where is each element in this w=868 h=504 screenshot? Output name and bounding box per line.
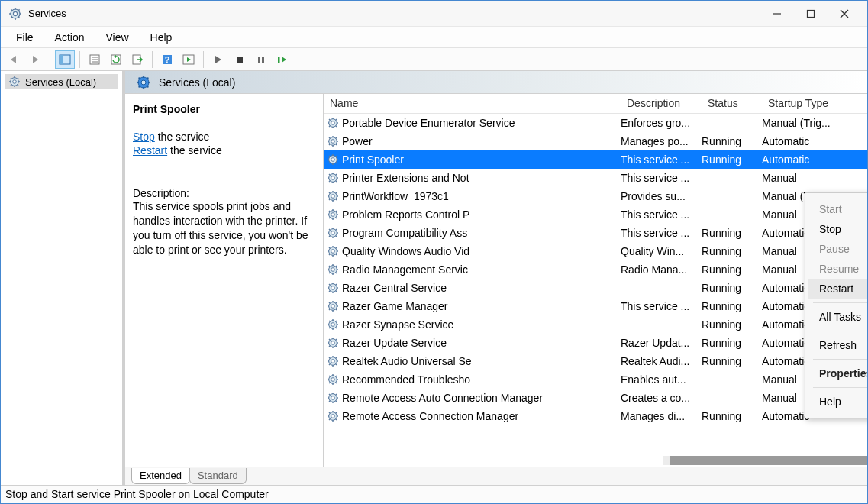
tabbar: Extended Standard [125,467,867,485]
service-name: Razer Game Manager [342,300,448,312]
context-menu-item: Resume [808,259,868,279]
col-startup[interactable]: Startup Type [762,94,853,113]
service-desc: Realtek Audi... [621,355,702,367]
menubar: File Action View Help [1,27,867,48]
context-menu-item[interactable]: Properties [808,363,868,383]
service-name: Print Spooler [342,153,404,166]
service-desc: This service ... [621,300,702,312]
service-name: Razer Synapse Service [342,318,453,331]
content-header-label: Services (Local) [159,76,235,89]
close-button[interactable] [828,2,861,25]
gear-icon [327,355,339,367]
service-name: Power [342,135,373,147]
service-startup: Manual [762,172,853,184]
gear-icon [327,318,339,331]
service-name: Razer Update Service [342,337,447,349]
service-name: Printer Extensions and Not [342,172,469,184]
detail-pane: Print Spooler Stop the service Restart t… [125,94,324,467]
service-name: Recommended Troublesho [342,373,470,386]
properties-button[interactable] [85,50,105,69]
table-row[interactable]: Razer Game ManagerThis service ...Runnin… [324,297,867,315]
table-row[interactable]: Remote Access Connection ManagerManages … [324,407,867,425]
table-row[interactable]: Recommended TroubleshoEnables aut...Manu… [324,370,867,389]
nav-back-button[interactable] [4,50,24,69]
table-row[interactable]: Razer Update ServiceRazer Updat...Runnin… [324,334,867,352]
tab-standard[interactable]: Standard [189,468,247,484]
minimize-button[interactable] [760,2,794,25]
menu-view[interactable]: View [95,28,139,47]
table-row[interactable]: PrintWorkflow_1973c1Provides su...Manual… [324,187,867,205]
gear-icon [327,135,339,147]
col-name[interactable]: Name [324,94,621,113]
restart-service-button[interactable] [273,50,292,69]
table-row[interactable]: Problem Reports Control PThis service ..… [324,205,867,224]
service-desc: Radio Mana... [621,263,702,276]
service-desc: Razer Updat... [621,337,702,349]
context-menu-item[interactable]: All Tasks▶ [808,307,868,327]
gear-icon [327,172,339,184]
service-status: Running [702,318,762,331]
export-list-button[interactable] [127,50,147,69]
svg-text:?: ? [165,55,170,64]
table-row[interactable]: Radio Management ServicRadio Mana...Runn… [324,260,867,279]
statusbar: Stop and Start service Print Spooler on … [1,485,867,503]
action-pane-button[interactable] [179,50,198,69]
tree-root-item[interactable]: Services (Local) [5,74,118,89]
service-name: Program Compatibility Ass [342,227,467,239]
service-desc: Enables aut... [621,373,702,386]
service-startup: Automatic [762,153,853,166]
service-status: Running [702,300,762,312]
menu-file[interactable]: File [5,28,44,47]
stop-service-button[interactable] [230,50,250,69]
stop-link[interactable]: Stop [133,131,155,143]
gear-icon [327,245,339,257]
list-body[interactable]: Portable Device Enumerator ServiceEnforc… [324,114,867,467]
gear-icon [327,190,339,202]
refresh-button[interactable] [106,50,126,69]
context-menu-item[interactable]: Help [808,392,868,412]
service-desc: Manages di... [621,410,702,422]
toolbar: ? [1,48,867,71]
menu-help[interactable]: Help [140,28,183,47]
nav-forward-button[interactable] [25,50,45,69]
col-desc[interactable]: Description [621,94,702,113]
help-button[interactable]: ? [157,50,177,69]
col-status[interactable]: Status [702,94,762,113]
context-menu: StartStopPauseResumeRestartAll Tasks▶Ref… [805,192,868,418]
service-name: Realtek Audio Universal Se [342,355,472,367]
tab-extended[interactable]: Extended [131,468,190,484]
table-row[interactable]: Print SpoolerThis service ...RunningAuto… [324,150,867,169]
service-startup: Automatic [762,135,853,147]
service-desc: Quality Win... [621,245,702,257]
window-title: Services [28,8,760,19]
table-row[interactable]: Printer Extensions and NotThis service .… [324,169,867,187]
h-scrollbar[interactable] [663,456,861,465]
main-area: Services (Local) Services (Local) Print … [1,71,867,485]
table-row[interactable]: Quality Windows Audio VidQuality Win...R… [324,242,867,260]
restart-link[interactable]: Restart [133,144,167,157]
context-menu-item[interactable]: Refresh [808,335,868,355]
context-menu-item[interactable]: Stop [808,219,868,239]
tree-pane: Services (Local) [1,71,123,485]
table-row[interactable]: Razer Synapse ServiceRunningAutomatic [324,315,867,334]
context-menu-item[interactable]: Restart [808,279,868,299]
table-row[interactable]: Program Compatibility AssThis service ..… [324,224,867,242]
service-status: Running [702,337,762,349]
table-row[interactable]: Portable Device Enumerator ServiceEnforc… [324,114,867,132]
start-service-button[interactable] [208,50,228,69]
context-menu-item: Pause [808,239,868,259]
service-desc: This service ... [621,227,702,239]
service-name: PrintWorkflow_1973c1 [342,190,449,202]
pause-service-button[interactable] [251,50,271,69]
table-row[interactable]: PowerManages po...RunningAutomatic [324,132,867,150]
table-row[interactable]: Remote Access Auto Connection ManagerCre… [324,389,867,407]
content-header: Services (Local) [125,71,867,94]
list-header: Name Description Status Startup Type [324,94,867,114]
detail-pane-button[interactable] [55,50,75,69]
menu-action[interactable]: Action [44,28,95,47]
service-name: Portable Device Enumerator Service [342,117,515,129]
maximize-button[interactable] [794,2,828,25]
table-row[interactable]: Realtek Audio Universal SeRealtek Audi..… [324,352,867,370]
gear-icon [327,117,339,129]
table-row[interactable]: Razer Central ServiceRunningAutomatic [324,279,867,297]
